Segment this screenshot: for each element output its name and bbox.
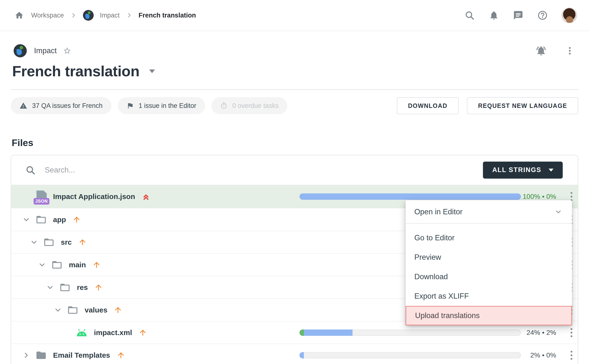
folder-open-icon <box>43 237 54 248</box>
project-logo <box>14 44 27 57</box>
search-icon[interactable] <box>464 10 475 21</box>
chevron-right-icon <box>70 12 77 18</box>
upload-arrow-icon[interactable] <box>72 215 81 224</box>
chevron-down-icon[interactable] <box>29 238 39 246</box>
user-avatar[interactable] <box>561 7 577 23</box>
qa-issues-chip[interactable]: 37 QA issues for French <box>11 97 111 114</box>
file-name: impact.xml <box>94 329 132 337</box>
file-name: res <box>77 283 88 292</box>
double-arrow-up-icon <box>141 192 151 201</box>
upload-arrow-icon[interactable] <box>94 283 103 292</box>
breadcrumb-current: French translation <box>139 12 196 19</box>
folder-open-icon <box>59 282 71 293</box>
chevron-right-icon <box>126 12 132 18</box>
project-header: Impact <box>14 44 575 57</box>
file-name: src <box>61 238 72 246</box>
search-input[interactable]: Search... <box>45 166 75 174</box>
project-avatar <box>83 10 94 21</box>
breadcrumb: Workspace Impact French translation <box>14 10 196 21</box>
chevron-down-icon <box>549 169 553 172</box>
chevron-right-icon[interactable] <box>21 351 31 359</box>
files-heading: Files <box>12 138 33 148</box>
chevron-down-icon[interactable] <box>37 261 47 269</box>
chevron-down-icon[interactable] <box>53 306 63 314</box>
upload-arrow-icon[interactable] <box>117 351 125 360</box>
file-name: Email Templates <box>53 351 110 359</box>
page-title: French translation <box>12 63 139 80</box>
menu-item-upload-translations[interactable]: Upload translations <box>406 306 572 325</box>
folder-open-icon <box>67 304 78 316</box>
home-icon[interactable] <box>14 10 25 21</box>
folder-open-icon <box>36 214 47 225</box>
flag-icon <box>127 102 134 109</box>
file-name: values <box>85 306 107 314</box>
upload-arrow-icon[interactable] <box>78 238 87 247</box>
translation-stats: 2% • 0% <box>507 351 556 359</box>
request-new-language-button[interactable]: REQUEST NEW LANGUAGE <box>467 97 578 114</box>
translation-stats: 100% • 0% <box>507 193 556 200</box>
menu-item-preview[interactable]: Preview <box>406 248 572 267</box>
upload-arrow-icon[interactable] <box>138 328 147 337</box>
star-icon[interactable] <box>63 47 71 55</box>
download-button[interactable]: DOWNLOAD <box>397 97 459 114</box>
breadcrumb-workspace[interactable]: Workspace <box>31 12 64 19</box>
timer-icon <box>220 102 227 109</box>
editor-issues-chip[interactable]: 1 issue in the Editor <box>118 97 205 114</box>
file-name: Impact Application.json <box>53 192 135 201</box>
chevron-down-icon[interactable] <box>45 283 55 292</box>
chevron-down-icon <box>554 208 562 216</box>
project-name: Impact <box>34 46 57 55</box>
progress-bar <box>299 329 521 336</box>
chat-icon[interactable] <box>513 10 524 21</box>
chevron-down-icon[interactable] <box>21 216 31 224</box>
file-context-menu: Open in Editor Go to Editor Preview Down… <box>406 200 572 325</box>
header-divider <box>11 89 578 90</box>
notifications-icon[interactable] <box>488 10 499 21</box>
search-icon <box>25 165 36 175</box>
strings-filter-button[interactable]: ALL STRINGS <box>483 162 563 179</box>
menu-item-export-as-xliff[interactable]: Export as XLIFF <box>406 286 572 306</box>
folder-open-icon <box>51 259 63 270</box>
notifications-active-icon[interactable] <box>535 45 547 56</box>
breadcrumb-project[interactable]: Impact <box>100 12 120 19</box>
chevron-down-icon[interactable] <box>149 69 155 73</box>
kebab-menu-icon[interactable] <box>564 45 575 56</box>
progress-bar <box>299 352 521 358</box>
help-icon[interactable] <box>537 10 548 21</box>
menu-item-download[interactable]: Download <box>406 267 572 286</box>
upload-arrow-icon[interactable] <box>114 306 122 314</box>
android-icon <box>76 329 88 337</box>
file-row-email-templates[interactable]: Email Templates2% • 0% <box>11 344 578 364</box>
top-navigation-bar: Workspace Impact French translation <box>0 0 589 31</box>
json-file-icon: JSON <box>36 191 47 203</box>
menu-item-go-to-editor[interactable]: Go to Editor <box>406 228 572 248</box>
kebab-menu-icon[interactable] <box>567 349 576 361</box>
warning-icon <box>19 102 27 110</box>
file-name: main <box>69 261 86 269</box>
translation-stats: 24% • 2% <box>507 329 556 337</box>
json-badge: JSON <box>34 198 49 205</box>
menu-item-open-in-editor[interactable]: Open in Editor <box>406 200 572 223</box>
file-name: app <box>53 216 66 224</box>
folder-closed-icon <box>36 350 47 361</box>
kebab-menu-icon[interactable] <box>567 327 576 339</box>
overdue-tasks-chip: 0 overdue tasks <box>211 97 288 114</box>
progress-bar <box>299 193 521 200</box>
upload-arrow-icon[interactable] <box>92 260 101 269</box>
